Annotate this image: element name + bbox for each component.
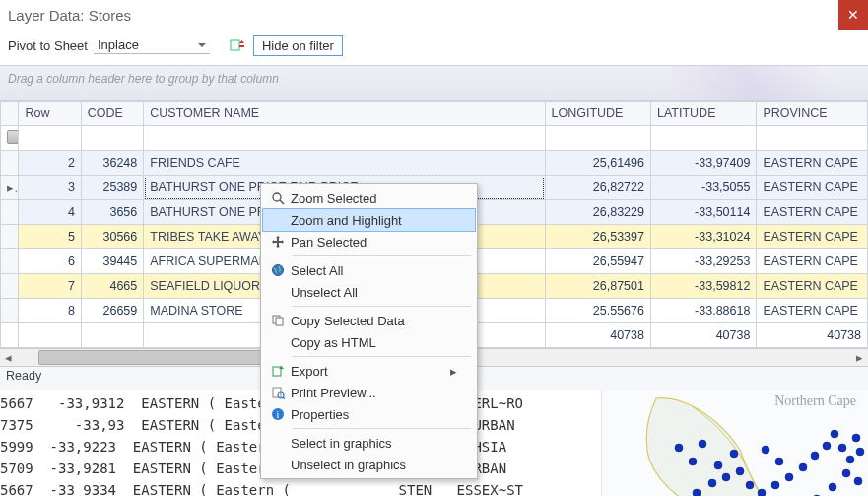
cell-province[interactable]: EASTERN CAPE <box>757 200 868 225</box>
column-header-province[interactable]: PROVINCE <box>757 102 868 126</box>
cell-row[interactable]: 6 <box>19 249 81 274</box>
cell-code[interactable]: 26659 <box>81 299 143 323</box>
svg-point-24 <box>693 489 701 496</box>
cell-row[interactable]: 8 <box>19 299 81 323</box>
column-header-row-num[interactable]: Row <box>19 102 81 126</box>
filter-longitude[interactable] <box>545 126 650 151</box>
menu-print-preview-label: Print Preview... <box>291 386 457 400</box>
export-toolbar-icon[interactable] <box>228 35 247 55</box>
menu-print-preview[interactable]: Print Preview... <box>263 382 475 403</box>
menu-zoom-selected[interactable]: Zoom Selected <box>263 187 475 209</box>
svg-rect-0 <box>231 40 239 50</box>
cell-longitude[interactable]: 26,87501 <box>545 274 650 299</box>
cell-row[interactable]: 5 <box>19 225 81 249</box>
svg-point-26 <box>856 448 864 456</box>
cell-longitude[interactable]: 25,61496 <box>545 151 650 176</box>
cell-code[interactable]: 3656 <box>81 200 143 225</box>
filter-code[interactable] <box>81 126 143 151</box>
menu-separator <box>293 255 471 256</box>
pivot-dropdown-value: Inplace <box>98 37 139 52</box>
scroll-thumb[interactable] <box>38 350 277 365</box>
cell-customer-name[interactable]: FRIENDS CAFE <box>144 151 545 176</box>
cell-latitude[interactable]: -33,50114 <box>650 200 756 225</box>
cell-row[interactable]: 3 <box>19 176 81 200</box>
cell-latitude[interactable]: -33,59812 <box>650 274 756 299</box>
menu-copy-selected-label: Copy Selected Data <box>291 314 457 328</box>
cell-latitude[interactable]: -33,31024 <box>650 225 756 249</box>
cell-longitude[interactable]: 25.55676 <box>545 299 650 323</box>
cell-province[interactable]: EASTERN CAPE <box>757 225 868 249</box>
cell-row[interactable]: 7 <box>19 274 81 299</box>
cell-code[interactable]: 39445 <box>81 249 143 274</box>
svg-point-13 <box>823 442 831 450</box>
cell-province[interactable]: EASTERN CAPE <box>757 249 868 274</box>
cell-latitude[interactable]: -33.88618 <box>650 299 756 323</box>
menu-select-all[interactable]: Select All <box>263 259 475 281</box>
cell-longitude[interactable]: 26,53397 <box>545 225 650 249</box>
cell-province[interactable]: EASTERN CAPE <box>757 274 868 299</box>
cell-longitude[interactable]: 26,55947 <box>545 249 650 274</box>
cell-code[interactable]: 4665 <box>81 274 143 299</box>
cell-latitude[interactable]: -33,97409 <box>650 151 756 176</box>
table-row[interactable]: 236248FRIENDS CAFE25,61496-33,97409EASTE… <box>1 151 868 176</box>
globe-icon <box>265 263 291 277</box>
svg-point-3 <box>699 440 706 448</box>
column-header-row: Row CODE CUSTOMER NAME LONGITUDE LATITUD… <box>1 102 868 126</box>
cell-longitude[interactable]: 26,82722 <box>545 176 650 200</box>
scroll-right-arrow[interactable]: ▸ <box>851 349 868 366</box>
pan-icon <box>265 235 291 248</box>
svg-text:i: i <box>277 409 280 420</box>
cell-row[interactable]: 2 <box>19 151 81 176</box>
close-button[interactable]: ✕ <box>838 0 868 30</box>
column-header-longitude[interactable]: LONGITUDE <box>545 102 650 126</box>
filter-name[interactable] <box>144 126 545 151</box>
column-header-latitude[interactable]: LATITUDE <box>650 102 756 126</box>
menu-properties[interactable]: i Properties <box>263 403 475 425</box>
menu-copy-html[interactable]: Copy as HTML <box>263 331 475 353</box>
cell-latitude[interactable]: -33,5055 <box>650 176 756 200</box>
menu-unselect-all[interactable]: Unselect All <box>263 281 475 303</box>
column-header-name[interactable]: CUSTOMER NAME <box>144 102 545 126</box>
cell-longitude[interactable]: 26,83229 <box>545 200 650 225</box>
svg-point-8 <box>758 489 766 496</box>
scroll-left-arrow[interactable]: ◂ <box>0 349 17 366</box>
menu-copy-selected[interactable]: Copy Selected Data <box>263 310 475 331</box>
close-icon: ✕ <box>847 7 859 23</box>
svg-point-9 <box>771 481 779 489</box>
svg-point-14 <box>831 430 838 438</box>
menu-pan-selected[interactable]: Pan Selected <box>263 231 475 252</box>
menu-zoom-highlight[interactable]: Zoom and Highlight <box>263 209 475 231</box>
svg-point-18 <box>829 483 836 491</box>
menu-separator <box>293 306 471 307</box>
cell-code[interactable]: 36248 <box>81 151 143 176</box>
cell-latitude[interactable]: -33,29253 <box>650 249 756 274</box>
hide-on-filter-button[interactable]: Hide on filter <box>253 35 343 56</box>
cell-province[interactable]: EASTERN CAPE <box>757 176 868 200</box>
menu-separator <box>293 428 471 429</box>
svg-line-32 <box>280 200 284 204</box>
svg-line-39 <box>283 397 285 399</box>
menu-select-in-graphics[interactable]: Select in graphics <box>263 432 475 454</box>
cell-province[interactable]: EASTERN CAPE <box>757 299 868 323</box>
pivot-dropdown[interactable]: Inplace <box>94 36 210 54</box>
svg-point-27 <box>854 477 862 485</box>
cell-code[interactable]: 30566 <box>81 225 143 249</box>
menu-pan-selected-label: Pan Selected <box>291 235 457 249</box>
window-title: Layer Data: Stores <box>8 7 838 24</box>
cell-province[interactable]: EASTERN CAPE <box>757 151 868 176</box>
filter-latitude[interactable] <box>650 126 756 151</box>
menu-zoom-selected-label: Zoom Selected <box>291 191 457 206</box>
cell-code[interactable]: 25389 <box>81 176 143 200</box>
menu-export[interactable]: Export ▸ <box>263 360 475 382</box>
map-pane[interactable]: Northern Cape <box>601 390 868 496</box>
svg-point-25 <box>852 434 860 442</box>
lower-text-line: 5667 -33 9334 EASTERN ( Eastern ( STEN E… <box>0 479 601 496</box>
group-by-area[interactable]: Drag a column header here to group by th… <box>0 65 868 101</box>
row-indicator <box>1 249 19 274</box>
menu-unselect-in-graphics[interactable]: Unselect in graphics <box>263 454 475 475</box>
svg-point-16 <box>846 456 854 463</box>
filter-row-num[interactable] <box>19 126 81 151</box>
cell-row[interactable]: 4 <box>19 200 81 225</box>
column-header-code[interactable]: CODE <box>81 102 143 126</box>
filter-province[interactable] <box>757 126 868 151</box>
